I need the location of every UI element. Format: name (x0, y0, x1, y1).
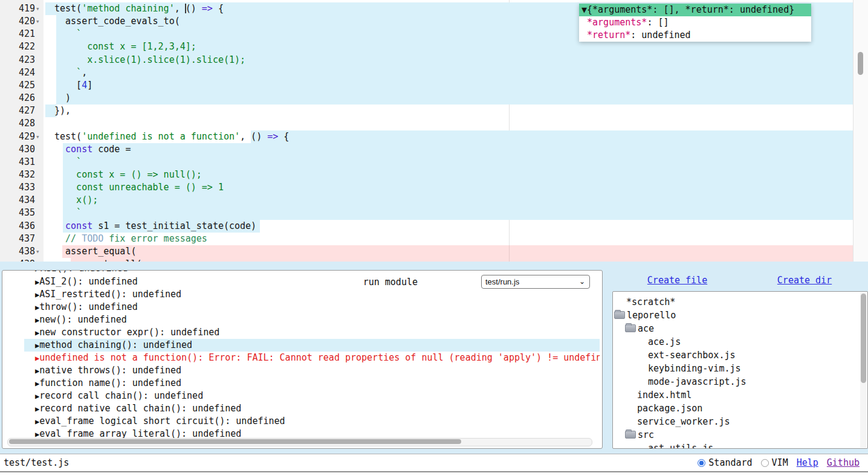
tree-item--scratch-[interactable]: *scratch* (613, 295, 868, 309)
code-line-439[interactable]: assert_call( (54, 258, 142, 262)
gutter-line-430[interactable]: 430 (0, 143, 35, 156)
gutter-line-439[interactable]: 439 (0, 258, 35, 262)
gutter-line-427[interactable]: 427 (0, 105, 35, 117)
gutter-line-436[interactable]: 436 (0, 220, 35, 233)
gutter-line-425[interactable]: 425 (0, 79, 35, 92)
gutter-line-424[interactable]: 424 (0, 66, 35, 79)
test-result-item[interactable]: ▶method chaining(): undefined (24, 339, 600, 352)
gutter-line-428[interactable]: 428 (0, 117, 35, 130)
fold-toggle-icon[interactable]: ▾ (36, 2, 44, 15)
fold-toggle-icon[interactable]: ▾ (36, 245, 44, 258)
tree-item-ace-js[interactable]: ace.js (613, 335, 868, 349)
gutter-line-420[interactable]: 420 (0, 15, 35, 28)
test-result-item[interactable]: ▶ASI_restrited(): undefined (24, 288, 600, 301)
gutter-line-434[interactable]: 434 (0, 194, 35, 207)
expand-triangle-icon[interactable]: ▶ (35, 329, 39, 337)
code-line-437[interactable]: // TODO fix error messages (54, 233, 207, 245)
code-line-422[interactable]: const x = [1,2,3,4]; (54, 40, 196, 53)
tree-item-leporello[interactable]: leporello (613, 309, 868, 322)
radio-vim-icon[interactable] (761, 459, 769, 467)
code-line-433[interactable]: const unreachable = () => 1 (54, 181, 224, 194)
expand-triangle-icon[interactable]: ▶ (35, 405, 39, 413)
code-line-431[interactable]: ` (54, 156, 82, 169)
expand-triangle-icon[interactable]: ▶ (35, 367, 39, 375)
file-tree-scrollbar[interactable] (860, 292, 867, 448)
code-line-427[interactable]: }), (54, 105, 71, 117)
editor-scrollbar-thumb[interactable] (858, 52, 863, 75)
expand-triangle-icon[interactable]: ▶ (35, 316, 39, 324)
github-link[interactable]: Github (827, 457, 860, 468)
code-line-432[interactable]: const x = () => null(); (54, 169, 202, 181)
code-line-423[interactable]: x.slice(1).slice(1).slice(1); (54, 54, 245, 66)
gutter-line-423[interactable]: 423 (0, 54, 35, 66)
code-line-430[interactable]: const code = (54, 143, 131, 156)
gutter-line-426[interactable]: 426 (0, 92, 35, 105)
tree-item-mode-javascript-js[interactable]: mode-javascript.js (613, 375, 868, 388)
expand-triangle-icon[interactable]: ▶ (35, 303, 39, 312)
keybinding-vim-option[interactable]: VIM (761, 457, 788, 468)
test-result-item[interactable]: ▶undefined is not a function(): Error: F… (24, 352, 600, 364)
gutter-line-438[interactable]: 438 (0, 245, 35, 258)
help-link[interactable]: Help (797, 457, 818, 468)
gutter-line-437[interactable]: 437 (0, 233, 35, 245)
tooltip-detail-row[interactable]: *return*: undefined (579, 29, 811, 42)
fold-toggle-icon[interactable]: ▾ (36, 15, 44, 28)
gutter-line-421[interactable]: 421 (0, 28, 35, 40)
console-horizontal-scrollbar-thumb[interactable] (9, 439, 461, 444)
expand-triangle-icon[interactable]: ▶ (35, 430, 39, 439)
code-line-420[interactable]: assert_code_evals_to( (54, 15, 180, 28)
test-result-item[interactable]: ▶function name(): undefined (24, 377, 600, 390)
code-line-419[interactable]: test('method chaining', () => { (54, 2, 224, 15)
create-file-link[interactable]: Create file (647, 275, 707, 286)
test-result-item[interactable]: ▶throw(): undefined (24, 301, 600, 314)
tree-item-keybinding-vim-js[interactable]: keybinding-vim.js (613, 362, 868, 375)
code-editor[interactable]: 419▾420▾421422423424425426427428429▾4304… (0, 0, 868, 262)
code-line-421[interactable]: ` (54, 28, 82, 40)
code-line-424[interactable]: `, (54, 66, 87, 79)
gutter-line-422[interactable]: 422 (0, 40, 35, 53)
test-result-item[interactable]: ▶record call chain(): undefined (24, 390, 600, 402)
expand-triangle-icon[interactable]: ▶ (35, 278, 39, 286)
code-line-434[interactable]: x(); (54, 194, 98, 207)
expand-triangle-icon[interactable]: ▶ (35, 341, 39, 350)
gutter-line-435[interactable]: 435 (0, 207, 35, 219)
keybinding-standard-option[interactable]: Standard (698, 457, 752, 468)
editor-scrollbar[interactable] (853, 0, 868, 262)
radio-standard-icon[interactable] (698, 459, 705, 467)
test-result-item[interactable]: ▶new constructor expr(): undefined (24, 326, 600, 339)
code-line-425[interactable]: [4] (54, 79, 92, 92)
create-dir-link[interactable]: Create dir (777, 275, 832, 286)
tree-item-index-html[interactable]: index.html (613, 388, 868, 402)
tree-item-src[interactable]: src (613, 428, 868, 442)
tree-item-ext-searchbox-js[interactable]: ext-searchbox.js (613, 349, 868, 362)
tooltip-summary-row[interactable]: ▼{*arguments*: [], *return*: undefined} (579, 4, 811, 16)
gutter-line-429[interactable]: 429 (0, 130, 35, 143)
code-line-429[interactable]: test('undefined is not a function', () =… (54, 130, 289, 143)
gutter-line-419[interactable]: 419 (0, 2, 35, 15)
expand-triangle-icon[interactable]: ▶ (35, 291, 39, 299)
console-horizontal-scrollbar[interactable] (7, 438, 592, 446)
code-line-426[interactable]: ) (54, 92, 71, 105)
test-result-item[interactable]: ▶eval_frame logical short circuit(): und… (24, 415, 600, 428)
test-result-item[interactable]: ▶native throws(): undefined (24, 364, 600, 377)
code-line-438[interactable]: assert_equal( (54, 245, 136, 258)
tree-item-ace[interactable]: ace (613, 322, 868, 335)
expand-triangle-icon[interactable]: ▶ (35, 392, 39, 400)
code-line-435[interactable]: ` (54, 207, 82, 219)
gutter-line-432[interactable]: 432 (0, 169, 35, 181)
tree-item-service-worker-js[interactable]: service_worker.js (613, 415, 868, 428)
tooltip-detail-row[interactable]: *arguments*: [] (579, 16, 811, 29)
fold-toggle-icon[interactable]: ▾ (36, 130, 44, 143)
gutter-line-431[interactable]: 431 (0, 156, 35, 169)
gutter-line-433[interactable]: 433 (0, 181, 35, 194)
run-module-select[interactable]: test/run.js ⌄ (481, 275, 590, 289)
file-tree-scrollbar-thumb[interactable] (861, 294, 866, 383)
expand-triangle-icon[interactable]: ▶ (35, 379, 39, 388)
test-result-item[interactable]: ▶record native call chain(): undefined (24, 402, 600, 415)
expand-triangle-icon[interactable]: ▶ (35, 354, 39, 362)
code-line-436[interactable]: const s1 = test_initial_state(code) (54, 220, 256, 233)
expand-triangle-icon[interactable]: ▶ (35, 417, 39, 426)
tree-item-ast-utils-js[interactable]: ast_utils.js (613, 442, 868, 449)
test-result-item[interactable]: ▶new(): undefined (24, 314, 600, 326)
tree-item-package-json[interactable]: package.json (613, 402, 868, 415)
